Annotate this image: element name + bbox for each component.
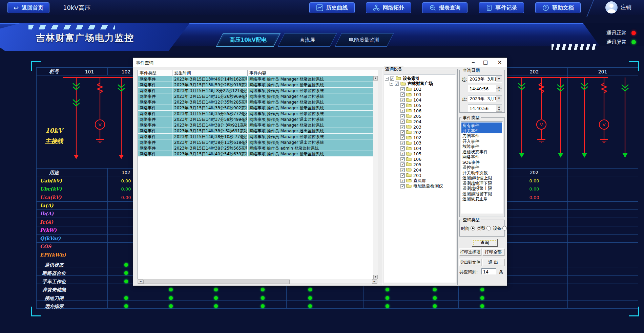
tree-item[interactable]: ✓103 (400, 92, 421, 97)
query-button[interactable]: 查询 (472, 239, 497, 246)
tree-checkbox-checked[interactable]: ✓ (400, 98, 405, 102)
event-table-row[interactable]: 网络事件2023年 3月15日14时12分35秒285毫秒网络事项 操作员 Ma… (138, 99, 378, 105)
event-table-row[interactable]: 网络事件2023年 3月15日13时46分14秒162毫秒网络事项 操作员 Ma… (138, 76, 378, 82)
tree-checkbox-checked[interactable]: ✓ (400, 125, 405, 129)
event-table-row[interactable]: 网络事件2023年 3月15日14时11分26秒969毫秒网络事项 操作员 Ma… (138, 93, 378, 99)
tree-item[interactable]: ✓203 (400, 124, 421, 130)
event-type-option[interactable]: 遥控事件 (461, 164, 502, 170)
spin-down-icon[interactable]: ▼ (496, 108, 502, 112)
event-table-row[interactable]: 网络事件2023年 3月15日14时 8分22秒121毫秒网络事项 操作员 Ma… (138, 88, 378, 93)
spin-up-icon[interactable]: ▲ (496, 105, 502, 108)
event-table-row[interactable]: 网络事件2023年 3月15日14时38分 3秒921毫秒网络事项 操作员 Ma… (138, 122, 378, 128)
tree-item[interactable]: ✓103 (400, 140, 421, 146)
time-from-spinner[interactable]: 14:40:56 ▲▼ (468, 85, 502, 92)
print-all-button[interactable]: 打印全部 (482, 248, 504, 256)
event-column-header[interactable]: 事件内容 (248, 70, 373, 76)
tree-checkbox-checked[interactable]: ✓ (400, 103, 405, 108)
tree-item[interactable]: ✓102 (400, 87, 421, 92)
tree-checkbox-checked[interactable]: ✓ (400, 135, 405, 140)
event-type-option[interactable]: 网络事件 (461, 154, 502, 159)
tree-checkbox-checked[interactable]: ✓ (400, 87, 405, 91)
radio-unselected[interactable] (486, 226, 491, 230)
tree-checkbox-checked[interactable]: ✓ (400, 109, 405, 113)
tree-checkbox-checked[interactable]: ✓ (400, 114, 405, 118)
tree-checkbox-checked[interactable]: ✓ (400, 146, 405, 151)
tree-item[interactable]: ✓202 (400, 130, 421, 135)
tree-checkbox-checked[interactable]: ✓ (400, 119, 405, 124)
hscroll-thumb[interactable] (143, 280, 290, 284)
event-type-option-selected[interactable]: 开关事件 (461, 128, 502, 133)
tree-checkbox-checked[interactable]: ✓ (400, 130, 405, 135)
tree-checkbox-checked[interactable]: ✓ (400, 173, 405, 178)
tree-item[interactable]: −✓设备索引 (385, 76, 420, 81)
tree-item[interactable]: ✓102 (400, 135, 421, 140)
tree-item[interactable]: ✓直流屏 (400, 178, 426, 183)
event-table-row[interactable]: 网络事件2023年 3月15日14时38分 5秒691毫秒网络事项 操作员 Ma… (138, 128, 378, 134)
event-type-option[interactable]: 遥测越报警下限 (461, 191, 502, 196)
print-selected-button[interactable]: 打印选择项 (459, 248, 481, 256)
spin-up-icon[interactable]: ▲ (496, 85, 502, 89)
tree-checkbox-checked[interactable]: ✓ (400, 184, 405, 188)
tree-item[interactable]: ✓106 (400, 108, 421, 113)
event-type-option[interactable]: 遥测越报警上限 (461, 185, 502, 191)
event-type-option[interactable]: 故障事件 (461, 143, 502, 149)
close-icon[interactable]: × (495, 59, 504, 66)
event-type-option[interactable]: 遥测恢复正常 (461, 196, 502, 201)
tree-expander-icon[interactable]: − (390, 82, 393, 86)
spin-down-icon[interactable]: ▼ (496, 89, 502, 92)
tree-checkbox-checked[interactable]: ✓ (400, 152, 405, 156)
event-table-row[interactable]: 网络事件2023年 3月15日14时40分54秒639毫秒网络事项 操作员 Ma… (138, 151, 378, 157)
tree-checkbox-checked[interactable]: ✓ (400, 162, 405, 167)
tree-item[interactable]: ✓105 (400, 103, 421, 108)
dropdown-icon[interactable]: ▼ (496, 95, 502, 102)
dialog-titlebar[interactable]: 事件查询 ─ □ × (133, 58, 507, 67)
event-table-row[interactable]: 网络事件2023年 3月15日14时37分59秒499毫秒网络事项 操作员 Ma… (138, 116, 378, 122)
event-type-option[interactable]: 刀闸事件 (461, 133, 502, 138)
event-type-option[interactable]: 开关动作次数 (461, 170, 502, 175)
date-to-combobox[interactable]: 2023年 3月15日 ▼ (468, 95, 502, 102)
event-table-row[interactable]: 网络事件2023年 3月15日13时59分28秒918毫秒网络事项 操作员 Ma… (138, 82, 378, 88)
event-table-row[interactable]: 网络事件2023年 3月15日14时35分55秒772毫秒网络事项 操作员 Ma… (138, 111, 378, 116)
event-table-row[interactable]: 网络事件2023年 3月15日14时38分10秒 77毫秒网络事项 操作员 Ma… (138, 134, 378, 139)
tree-checkbox-checked[interactable]: ✓ (390, 76, 394, 81)
event-table-row[interactable]: 网络事件2023年 3月15日14时38分25秒565毫秒网络事项 操作员 ad… (138, 145, 378, 151)
tree-item[interactable]: −✓吉林财富广场 (390, 81, 433, 87)
maximize-icon[interactable]: □ (481, 59, 490, 66)
event-table-row[interactable]: 网络事件2023年 3月15日14时38分11秒618毫秒网络事项 操作员 Ma… (138, 139, 378, 145)
dropdown-icon[interactable]: ▼ (496, 76, 502, 82)
export-button[interactable]: 导出到文件 (459, 259, 481, 266)
event-type-option[interactable]: 遥测越物理上限 (461, 175, 502, 180)
scroll-up-icon[interactable]: ▲ (373, 76, 378, 81)
event-table-hscrollbar[interactable]: ◄ ► (138, 279, 377, 284)
tree-checkbox-checked[interactable]: ✓ (400, 92, 405, 97)
radio-unselected[interactable] (502, 226, 507, 230)
exit-button[interactable]: 退 出 (482, 259, 504, 266)
event-type-option[interactable]: 遥测越物理下限 (461, 180, 502, 186)
event-column-header[interactable]: 事件类型 (138, 70, 172, 76)
tree-item[interactable]: ✓104 (400, 146, 421, 151)
tree-item[interactable]: ✓105 (400, 151, 421, 157)
event-type-option-selected[interactable]: 所有事件 (461, 123, 502, 128)
tree-item[interactable]: ✓104 (400, 97, 421, 103)
tree-checkbox-checked[interactable]: ✓ (400, 141, 405, 145)
event-column-header[interactable]: 发生时间 (172, 70, 248, 76)
tree-item[interactable]: ✓电能质量检测仪 (400, 183, 443, 189)
radio-selected[interactable] (471, 226, 475, 230)
tree-checkbox-checked[interactable]: ✓ (400, 179, 405, 183)
tree-expander-icon[interactable]: − (385, 77, 389, 81)
tree-item[interactable]: ✓204 (400, 119, 421, 124)
tree-checkbox-checked[interactable]: ✓ (400, 157, 405, 161)
tree-item[interactable]: ✓203 (400, 173, 421, 178)
event-table-vscrollbar[interactable]: ▲ ▼ (373, 76, 378, 279)
tree-item[interactable]: ✓205 (400, 162, 421, 167)
event-type-option[interactable]: 开入事件 (461, 138, 502, 144)
date-from-combobox[interactable]: 2023年 3月14日 ▼ (468, 75, 502, 83)
scroll-right-icon[interactable]: ► (372, 279, 377, 284)
tree-item[interactable]: ✓205 (400, 113, 421, 119)
scroll-left-icon[interactable]: ◄ (138, 279, 143, 284)
event-table-row[interactable]: 网络事件2023年 3月15日14时33分50秒902毫秒网络事项 操作员 Ma… (138, 105, 378, 111)
tree-item[interactable]: ✓204 (400, 167, 421, 173)
minimize-icon[interactable]: ─ (469, 59, 478, 66)
time-to-spinner[interactable]: 14:40:56 ▲▼ (468, 105, 502, 112)
tree-checkbox-checked[interactable]: ✓ (400, 168, 405, 172)
